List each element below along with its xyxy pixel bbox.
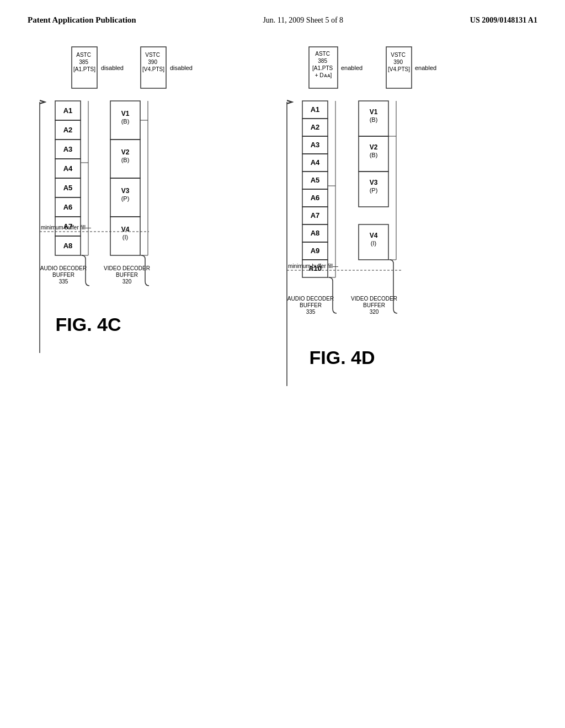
cell-4d-v2b: (B) bbox=[370, 152, 378, 158]
cell-4d-v1: V1 bbox=[370, 108, 378, 116]
cell-4d-v3p: (P) bbox=[370, 187, 378, 194]
cell-4d-a9: A9 bbox=[311, 247, 320, 255]
fig-4d-label: FIG. 4D bbox=[309, 347, 375, 368]
4d-audio-buffer-label: AUDIO DECODER bbox=[287, 296, 334, 302]
fig-4c-label: FIG. 4C bbox=[55, 314, 121, 335]
svg-text:ASTC
        385
        [A1.P: ASTC 385 [A1.PTS] bbox=[73, 52, 95, 72]
cell-4c-v1b: (B) bbox=[121, 118, 130, 125]
cell-4c-a8: A8 bbox=[63, 242, 73, 250]
cell-4c-v2b: (B) bbox=[121, 157, 130, 163]
cell-4c-a2: A2 bbox=[63, 126, 73, 134]
cell-4d-v2: V2 bbox=[370, 143, 378, 151]
cell-4d-a10: A10 bbox=[308, 264, 322, 272]
cell-4d-a3: A3 bbox=[311, 141, 320, 149]
4c-video-buffer-label: VIDEO DECODER bbox=[104, 265, 150, 271]
cell-4d-a1: A1 bbox=[311, 105, 320, 114]
cell-4d-v4: V4 bbox=[370, 232, 378, 239]
svg-text:VSTC
        390
        [V4.P: VSTC 390 [V4.PTS] bbox=[388, 52, 410, 72]
4d-vstc-status: enabled bbox=[415, 65, 436, 71]
4d-video-buffer-num: 320 bbox=[370, 309, 379, 315]
4d-audio-buffer-label2: BUFFER bbox=[300, 302, 322, 308]
cell-4d-a4: A4 bbox=[311, 158, 320, 167]
cell-4c-v3p: (P) bbox=[121, 195, 130, 202]
cell-4c-v4i: (I) bbox=[122, 234, 128, 240]
cell-4d-a7: A7 bbox=[311, 211, 320, 220]
cell-4c-v1: V1 bbox=[121, 110, 130, 117]
cell-4c-v4: V4 bbox=[121, 226, 130, 233]
4c-video-buffer-label2: BUFFER bbox=[116, 272, 138, 278]
4c-astc-status: disabled bbox=[101, 65, 124, 71]
cell-4d-v3: V3 bbox=[370, 179, 378, 186]
cell-4c-v3: V3 bbox=[121, 187, 130, 195]
cell-4d-v4i: (I) bbox=[371, 240, 376, 247]
cell-4c-a6: A6 bbox=[63, 203, 73, 211]
4d-audio-buffer-num: 335 bbox=[306, 309, 316, 315]
4c-audio-buffer-label: AUDIO DECODER bbox=[40, 265, 87, 271]
4c-video-buffer-num: 320 bbox=[122, 279, 132, 285]
svg-text:ASTC
        385
        [A1.P: ASTC 385 [A1.PTS + Dᴀᴀ] bbox=[312, 51, 334, 78]
cell-4c-v2: V2 bbox=[121, 148, 130, 156]
cell-4d-a2: A2 bbox=[311, 123, 320, 131]
4d-video-buffer-label: VIDEO DECODER bbox=[351, 296, 397, 302]
4c-audio-buffer-label2: BUFFER bbox=[52, 272, 74, 278]
4c-vstc-status: disabled bbox=[170, 65, 193, 71]
cell-4c-a4: A4 bbox=[63, 164, 73, 173]
4d-astc-status: enabled bbox=[341, 65, 363, 71]
cell-4d-a6: A6 bbox=[311, 194, 320, 202]
cell-4c-a5: A5 bbox=[63, 184, 73, 192]
cell-4c-a1: A1 bbox=[63, 106, 73, 115]
svg-text:VSTC
        390
        [V4.P: VSTC 390 [V4.PTS] bbox=[142, 52, 164, 72]
cell-4d-a8: A8 bbox=[311, 229, 320, 237]
cell-4c-a3: A3 bbox=[63, 145, 73, 153]
4d-video-buffer-label2: BUFFER bbox=[363, 302, 385, 308]
cell-4c-a7: A7 bbox=[63, 222, 73, 231]
cell-4d-a5: A5 bbox=[311, 176, 320, 184]
cell-4d-v1b: (B) bbox=[370, 116, 378, 123]
diagram-svg: ASTC 385 [A1.PTS] disabled VSTC 390 [V4.… bbox=[0, 0, 565, 728]
page: Patent Application Publication Jun. 11, … bbox=[0, 0, 565, 728]
4c-audio-buffer-num: 335 bbox=[59, 279, 68, 285]
